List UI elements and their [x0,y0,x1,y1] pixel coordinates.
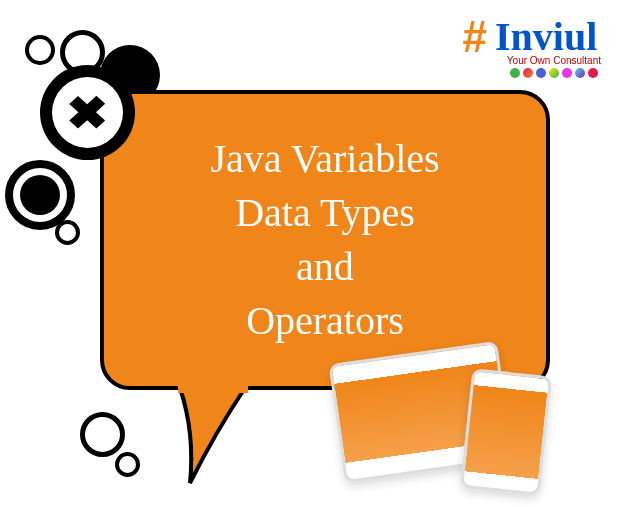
logo-dots [510,68,598,78]
logo-dot [562,68,572,78]
logo-tagline: Your Own Consultant [507,55,601,66]
circle-decoration [115,452,140,477]
bubble-line-1: Java Variables [210,132,439,186]
circle-decoration [20,175,60,215]
logo-dot [549,68,559,78]
logo-brand-text: Inviul [495,17,597,57]
logo-dot [588,68,598,78]
bubble-line-4: Operators [246,294,404,348]
bubble-line-3: and [296,240,354,294]
logo-dot [575,68,585,78]
svg-rect-0 [178,383,248,393]
circle-decoration [55,220,80,245]
logo-main: # Inviul [463,15,598,59]
hash-icon: # [463,15,487,59]
close-badge-inner: ✖ [52,77,123,148]
circle-decoration [25,35,55,65]
bubble-line-2: Data Types [235,186,415,240]
phone-icon [460,368,552,496]
logo-dot [523,68,533,78]
logo-dot [510,68,520,78]
brand-logo: # Inviul Your Own Consultant [459,15,601,78]
close-badge: ✖ [40,65,135,160]
close-icon: ✖ [66,86,109,140]
speech-bubble-tail [170,383,290,493]
logo-dot [536,68,546,78]
circle-decoration [80,412,125,457]
